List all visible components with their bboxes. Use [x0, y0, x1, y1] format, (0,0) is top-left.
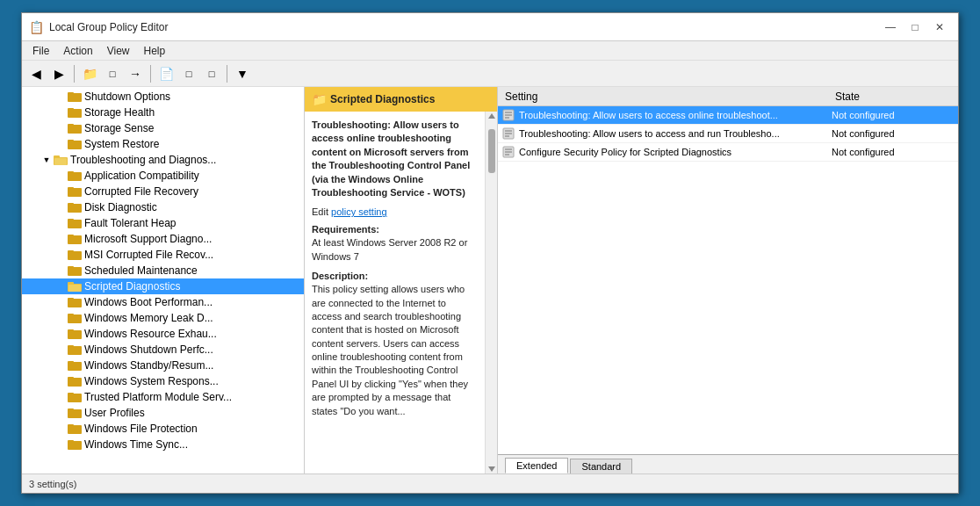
folder-icon: [68, 295, 82, 309]
status-text: 3 setting(s): [29, 479, 76, 489]
tree-item-windows-standby[interactable]: Windows Standby/Resum...: [22, 358, 304, 373]
folder-icon: [68, 422, 82, 436]
new-button[interactable]: 📄: [155, 63, 177, 84]
back-button[interactable]: ◀: [25, 63, 47, 84]
filter-button[interactable]: ▼: [232, 63, 253, 84]
show-button[interactable]: □: [102, 63, 123, 84]
tree-label-system-restore: System Restore: [84, 138, 159, 150]
svg-rect-12: [68, 171, 74, 174]
tree-item-disk-diagnostic[interactable]: Disk Diagnostic: [22, 199, 304, 215]
svg-rect-1: [68, 92, 74, 95]
svg-rect-5: [68, 124, 74, 126]
scroll-up-icon[interactable]: [488, 113, 495, 119]
expand-icon: [54, 390, 68, 404]
export-button[interactable]: →: [125, 63, 146, 84]
tree-item-user-profiles[interactable]: User Profiles: [22, 405, 304, 421]
tree-item-fault-tolerant[interactable]: Fault Tolerant Heap: [22, 215, 304, 231]
close-button[interactable]: ✕: [928, 18, 951, 36]
tabs-bar: Extended Standard: [498, 454, 958, 473]
settings-row-1[interactable]: Troubleshooting: Allow users to access o…: [498, 106, 958, 125]
folder-icon: [68, 90, 82, 104]
tree-item-windows-boot[interactable]: Windows Boot Performan...: [22, 294, 304, 310]
tab-extended[interactable]: Extended: [505, 458, 568, 473]
settings-row-name-2: Troubleshooting: Allow users to access a…: [519, 128, 832, 139]
folder-open-selected-icon: [68, 279, 82, 293]
menu-action[interactable]: Action: [56, 43, 99, 59]
up-button[interactable]: 📁: [79, 63, 100, 84]
tree-item-windows-shutdown[interactable]: Windows Shutdown Perfc...: [22, 342, 304, 358]
tree-item-tpm[interactable]: Trusted Platform Module Serv...: [22, 389, 304, 405]
policy-setting-link[interactable]: policy setting: [331, 206, 387, 217]
folder-icon: [68, 232, 82, 246]
svg-rect-41: [68, 393, 74, 395]
tree-label-scheduled-maintenance: Scheduled Maintenance: [84, 264, 198, 277]
tree-item-windows-memory[interactable]: Windows Memory Leak D...: [22, 310, 304, 326]
tree-item-msi-corrupted[interactable]: MSI Corrupted File Recov...: [22, 247, 304, 263]
tree-item-app-compat[interactable]: Application Compatibility: [22, 168, 304, 184]
settings-row-2[interactable]: Troubleshooting: Allow users to access a…: [498, 125, 958, 143]
tree-label-corrupted-recovery: Corrupted File Recovery: [84, 185, 198, 198]
expand-icon: [54, 422, 68, 436]
tree-item-file-protection[interactable]: Windows File Protection: [22, 421, 304, 437]
minimize-button[interactable]: —: [879, 18, 902, 36]
svg-rect-14: [68, 187, 74, 190]
expand-icon: [54, 105, 68, 119]
tree-item-system-restore[interactable]: System Restore: [22, 136, 304, 152]
folder-icon: [68, 343, 82, 357]
help-button[interactable]: □: [201, 63, 222, 84]
description-policy-title: Troubleshooting: Allow users to access o…: [312, 119, 478, 199]
menu-view[interactable]: View: [100, 43, 137, 59]
maximize-button[interactable]: □: [904, 18, 926, 36]
expand-icon: [54, 90, 68, 104]
forward-button[interactable]: ▶: [48, 63, 69, 84]
folder-header-icon: 📁: [312, 92, 327, 106]
tree-label-windows-system: Windows System Respons...: [84, 375, 219, 387]
desc-scrollbar[interactable]: [485, 112, 497, 473]
tree-item-scripted-diagnostics[interactable]: Scripted Diagnostics: [22, 278, 304, 294]
tree-item-troubleshooting[interactable]: ▼ Troubleshooting and Diagnos...: [22, 152, 304, 168]
tree-item-windows-system[interactable]: Windows System Respons...: [22, 373, 304, 389]
menu-help[interactable]: Help: [137, 43, 173, 59]
svg-rect-22: [68, 250, 74, 253]
tree-item-scheduled-maintenance[interactable]: Scheduled Maintenance: [22, 263, 304, 278]
settings-row-state-3: Not configured: [832, 147, 955, 157]
tree-item-storage-sense[interactable]: Storage Sense: [22, 120, 304, 136]
svg-rect-29: [68, 298, 74, 300]
tree-item-storage-health[interactable]: Storage Health: [22, 105, 304, 120]
svg-rect-47: [68, 440, 74, 443]
svg-rect-3: [68, 108, 74, 111]
tree-item-shutdown-options[interactable]: Shutdown Options: [22, 89, 304, 105]
expand-icon: [54, 137, 68, 151]
expand-icon: [54, 437, 68, 452]
description-title-label: Description:: [312, 271, 478, 281]
tree-item-corrupted-recovery[interactable]: Corrupted File Recovery: [22, 184, 304, 199]
main-window: 📋 Local Group Policy Editor — □ ✕ File A…: [21, 12, 959, 494]
svg-rect-43: [68, 408, 74, 411]
menu-file[interactable]: File: [25, 43, 56, 59]
settings-row-3[interactable]: Configure Security Policy for Scripted D…: [498, 143, 958, 162]
scroll-thumb: [488, 129, 495, 173]
tree-item-time-sync[interactable]: Windows Time Sync...: [22, 437, 304, 452]
main-content: Shutdown Options Storage Health Storage …: [22, 87, 958, 473]
expand-icon: [54, 121, 68, 135]
svg-rect-39: [68, 377, 74, 380]
tab-standard[interactable]: Standard: [570, 459, 632, 473]
scroll-down-icon[interactable]: [488, 466, 495, 472]
svg-rect-7: [68, 140, 74, 142]
settings-row-state-1: Not configured: [832, 110, 955, 120]
settings-header: Setting State: [498, 87, 958, 106]
description-body: Troubleshooting: Allow users to access o…: [305, 112, 485, 473]
folder-icon: [68, 121, 82, 135]
description-header-title: Scripted Diagnostics: [330, 93, 435, 105]
tree-item-windows-resource[interactable]: Windows Resource Exhau...: [22, 326, 304, 342]
tree-item-ms-support[interactable]: Microsoft Support Diagno...: [22, 231, 304, 247]
settings-empty-area: [498, 162, 958, 454]
svg-rect-18: [68, 219, 74, 221]
tree-pane[interactable]: Shutdown Options Storage Health Storage …: [22, 87, 305, 473]
folder-icon: [68, 200, 82, 214]
tree-label-tpm: Trusted Platform Module Serv...: [84, 391, 232, 403]
description-section: Description: This policy setting allows …: [312, 271, 478, 418]
collapse-icon[interactable]: ▼: [40, 153, 54, 167]
tree-label-user-profiles: User Profiles: [84, 407, 145, 419]
properties-button[interactable]: □: [178, 63, 199, 84]
